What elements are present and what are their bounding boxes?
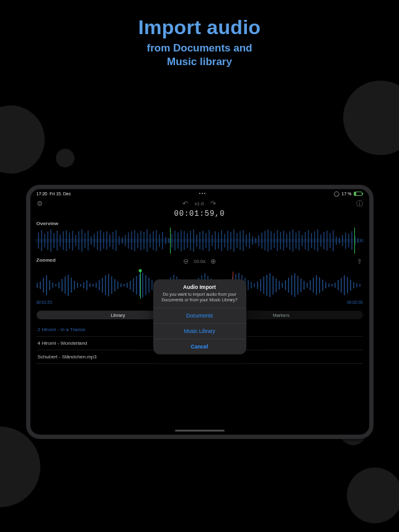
bg-circle bbox=[0, 105, 45, 174]
bg-circle bbox=[347, 468, 399, 523]
tablet-frame: 17:20 Fri 15. Dec ◯ 17 % ⚙ ↶ x1.0 ↷ ⓘ 00… bbox=[26, 185, 374, 439]
dialog-message: Do you want to import audio from your Do… bbox=[153, 291, 246, 308]
hero-subtitle: from Documents and bbox=[0, 42, 399, 55]
hero-subtitle: Music library bbox=[0, 55, 399, 69]
bg-circle bbox=[56, 149, 74, 167]
dialog-title: Audio Import bbox=[153, 279, 246, 291]
documents-button[interactable]: Documents bbox=[153, 308, 246, 324]
hero: Import audio from Documents and Music li… bbox=[0, 0, 399, 69]
cancel-button[interactable]: Cancel bbox=[153, 339, 246, 355]
bg-circle bbox=[0, 427, 40, 507]
app-screen: 17:20 Fri 15. Dec ◯ 17 % ⚙ ↶ x1.0 ↷ ⓘ 00… bbox=[30, 189, 369, 435]
music-library-button[interactable]: Music Library bbox=[153, 324, 246, 339]
hero-title: Import audio bbox=[0, 16, 399, 39]
import-dialog: Audio Import Do you want to import audio… bbox=[153, 279, 246, 354]
bg-circle bbox=[343, 81, 399, 155]
